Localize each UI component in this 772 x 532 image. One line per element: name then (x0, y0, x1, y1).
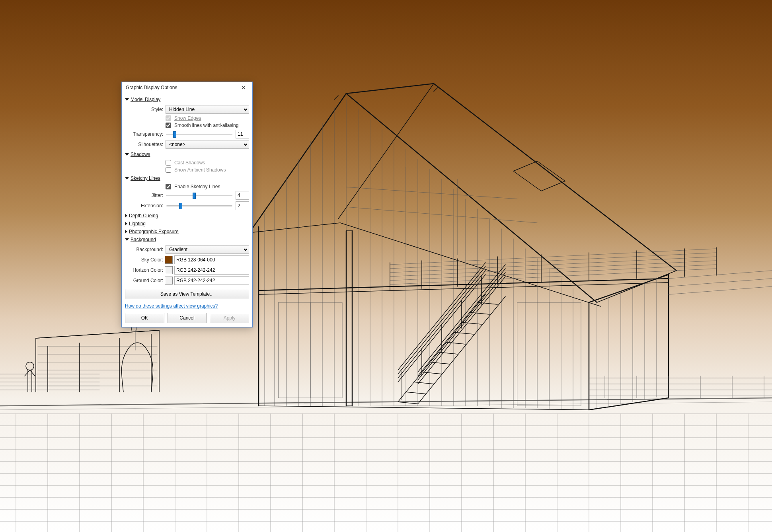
section-toggle-sketchy-lines[interactable]: Sketchy Lines (125, 174, 249, 182)
slider-thumb[interactable] (173, 131, 176, 138)
section-toggle-background[interactable]: Background (125, 236, 249, 244)
sky-color-label: Sky Color: (125, 257, 163, 263)
smooth-lines-label: Smooth lines with anti-aliasing (174, 123, 249, 128)
section-title-sketchy-lines: Sketchy Lines (131, 175, 160, 181)
background-select[interactable]: Gradient (166, 245, 249, 254)
silhouettes-label: Silhouettes: (125, 142, 163, 147)
close-button[interactable] (236, 83, 251, 92)
extension-label: Extension: (125, 203, 163, 209)
sky-color-value[interactable] (174, 255, 249, 264)
ground-color-swatch[interactable] (165, 277, 173, 285)
transparency-slider[interactable] (166, 130, 233, 138)
jitter-slider[interactable] (166, 191, 233, 200)
ambient-shadows-checkbox[interactable] (166, 167, 171, 173)
ok-button[interactable]: OK (125, 313, 164, 323)
extension-value[interactable] (236, 201, 249, 210)
sky-color-swatch[interactable] (165, 256, 173, 264)
slider-thumb[interactable] (193, 193, 196, 199)
style-label: Style: (125, 107, 163, 112)
smooth-lines-checkbox[interactable] (166, 123, 171, 128)
help-link[interactable]: How do these settings affect view graphi… (125, 303, 218, 309)
svg-line-0 (0, 398, 772, 406)
section-toggle-model-display[interactable]: Model Display (125, 95, 249, 103)
jitter-label: Jitter: (125, 193, 163, 198)
section-toggle-lighting[interactable]: Lighting (125, 220, 249, 228)
section-body-sketchy-lines: Enable Sketchy Lines Jitter: Extension: (125, 184, 249, 210)
section-title-photo-exposure: Photographic Exposure (129, 229, 179, 234)
section-toggle-depth-cueing[interactable]: Depth Cueing (125, 212, 249, 220)
chevron-down-icon (125, 177, 129, 179)
section-toggle-shadows[interactable]: Shadows (125, 150, 249, 158)
slider-thumb[interactable] (179, 203, 182, 209)
save-as-view-template-button[interactable]: Save as View Template... (125, 289, 249, 299)
chevron-down-icon (125, 153, 129, 156)
section-title-shadows: Shadows (131, 152, 150, 157)
jitter-value[interactable] (236, 191, 249, 200)
silhouettes-select[interactable]: <none> (166, 140, 249, 149)
ground-color-value[interactable] (174, 276, 249, 285)
dialog-titlebar[interactable]: Graphic Display Options (122, 82, 252, 93)
dialog-title: Graphic Display Options (126, 85, 177, 90)
ambient-shadows-label: Show Ambient Shadows (174, 167, 249, 173)
horizon-color-value[interactable] (174, 266, 249, 275)
background-label: Background: (125, 247, 163, 252)
show-edges-checkbox (166, 115, 171, 121)
horizon-color-label: Horizon Color: (125, 267, 163, 273)
section-title-depth-cueing: Depth Cueing (129, 213, 158, 218)
show-edges-label: Show Edges (174, 115, 249, 121)
section-title-lighting: Lighting (129, 221, 146, 226)
chevron-down-icon (125, 98, 129, 101)
transparency-label: Transparency: (125, 131, 163, 137)
section-body-background: Background: Gradient Sky Color: Horizon … (125, 245, 249, 285)
chevron-down-icon (125, 238, 129, 241)
chevron-right-icon (125, 230, 127, 234)
dialog-footer: OK Cancel Apply (125, 313, 249, 323)
apply-button[interactable]: Apply (210, 313, 249, 323)
style-select[interactable]: Hidden Line (166, 105, 249, 114)
transparency-value[interactable] (236, 130, 249, 138)
extension-slider[interactable] (166, 201, 233, 210)
chevron-right-icon (125, 214, 127, 218)
section-title-model-display: Model Display (131, 97, 160, 102)
cast-shadows-checkbox[interactable] (166, 160, 171, 166)
dialog-body: Model Display Style: Hidden Line Show Ed… (122, 93, 252, 327)
section-title-background: Background (131, 237, 156, 242)
enable-sketchy-label: Enable Sketchy Lines (174, 184, 249, 189)
section-toggle-photo-exposure[interactable]: Photographic Exposure (125, 228, 249, 236)
section-body-model-display: Style: Hidden Line Show Edges Smooth lin… (125, 105, 249, 149)
cast-shadows-label: Cast Shadows (174, 160, 249, 166)
chevron-right-icon (125, 222, 127, 226)
graphic-display-options-dialog: Graphic Display Options Model Display St… (121, 82, 253, 327)
enable-sketchy-checkbox[interactable] (166, 184, 171, 189)
viewport-scene (0, 0, 772, 532)
horizon-color-swatch[interactable] (165, 266, 173, 274)
close-icon (242, 86, 246, 90)
svg-line-1 (0, 402, 772, 410)
section-body-shadows: Cast Shadows Show Ambient Shadows (125, 160, 249, 173)
ground-color-label: Ground Color: (125, 278, 163, 283)
cancel-button[interactable]: Cancel (168, 313, 207, 323)
